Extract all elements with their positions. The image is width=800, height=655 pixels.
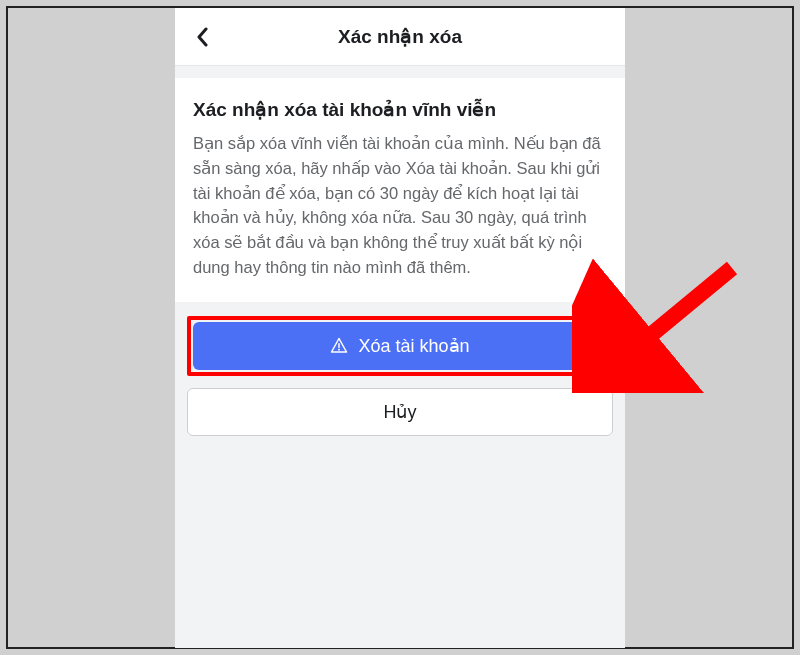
cancel-button-label: Hủy	[384, 401, 417, 423]
svg-point-1	[339, 348, 341, 350]
chevron-left-icon	[195, 27, 211, 47]
highlight-box: Xóa tài khoản	[187, 316, 613, 376]
back-button[interactable]	[189, 23, 217, 51]
action-area: Xóa tài khoản Hủy	[175, 302, 625, 450]
header-bar: Xác nhận xóa	[175, 8, 625, 66]
delete-account-button[interactable]: Xóa tài khoản	[193, 322, 607, 370]
warning-icon	[330, 337, 348, 355]
card-body: Bạn sắp xóa vĩnh viễn tài khoản của mình…	[193, 131, 607, 280]
tutorial-frame: Xác nhận xóa Xác nhận xóa tài khoản vĩnh…	[6, 6, 794, 649]
svg-line-2	[617, 268, 732, 363]
phone-screen: Xác nhận xóa Xác nhận xóa tài khoản vĩnh…	[175, 8, 625, 648]
cancel-button[interactable]: Hủy	[187, 388, 613, 436]
delete-button-label: Xóa tài khoản	[358, 335, 469, 357]
card-title: Xác nhận xóa tài khoản vĩnh viễn	[193, 98, 607, 121]
page-title: Xác nhận xóa	[175, 25, 625, 48]
confirmation-card: Xác nhận xóa tài khoản vĩnh viễn Bạn sắp…	[175, 78, 625, 302]
